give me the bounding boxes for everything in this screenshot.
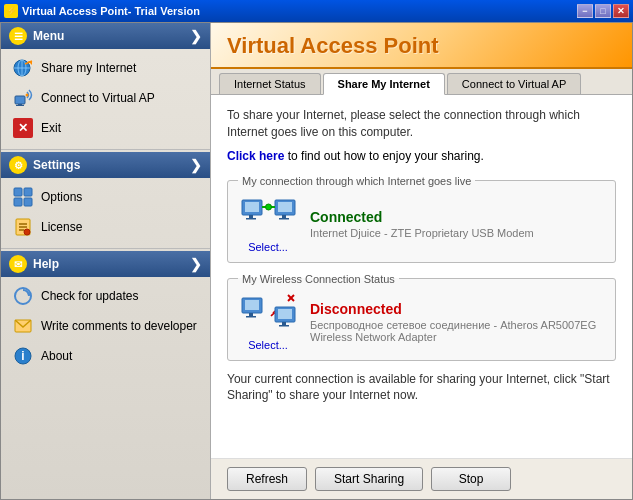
connection2-icon-area: Select... <box>238 293 298 352</box>
sidebar-item-exit[interactable]: ✕ Exit <box>1 113 210 143</box>
wireless-connection-legend: My Wireless Connection Status <box>238 273 399 285</box>
about-label: About <box>41 349 72 363</box>
svg-rect-31 <box>279 218 289 220</box>
write-comments-icon <box>13 316 33 336</box>
click-here-line: Click here to find out how to enjoy your… <box>227 149 616 163</box>
help-items: Check for updates Write comments to deve… <box>1 277 210 375</box>
sidebar-item-options[interactable]: Options <box>1 182 210 212</box>
computers-connected-icon <box>241 195 296 237</box>
license-icon <box>13 217 33 237</box>
connection1-status: Connected <box>310 209 605 225</box>
minimize-button[interactable]: − <box>577 4 593 18</box>
internet-connection-legend: My connection through which Internet goe… <box>238 175 475 187</box>
content-title: Virtual Access Point <box>227 33 616 59</box>
sidebar-item-check-updates[interactable]: Check for updates <box>1 281 210 311</box>
internet-connection-panel: My connection through which Internet goe… <box>227 175 616 263</box>
refresh-button[interactable]: Refresh <box>227 467 307 491</box>
menu-items: Share my Internet Connect to Virtual AP <box>1 49 210 147</box>
menu-section-label: Menu <box>33 29 64 43</box>
svg-rect-25 <box>245 202 259 212</box>
connection2-info: Select... Disconnected Беспроводное сете… <box>238 293 605 352</box>
exit-label: Exit <box>41 121 61 135</box>
about-icon: i <box>13 346 33 366</box>
close-button[interactable]: ✕ <box>613 4 629 18</box>
connection2-details: Disconnected Беспроводное сетевое соедин… <box>310 301 605 343</box>
check-updates-icon <box>13 286 33 306</box>
settings-section-icon: ⚙ <box>9 156 27 174</box>
settings-items: Options License <box>1 178 210 246</box>
settings-section-header[interactable]: ⚙ Settings ❯ <box>1 152 210 178</box>
sidebar-item-license[interactable]: License <box>1 212 210 242</box>
help-section-header[interactable]: ✉ Help ❯ <box>1 251 210 277</box>
app-icon: ⚡ <box>4 4 18 18</box>
share-description: To share your Internet, please select th… <box>227 107 616 141</box>
window-title: Virtual Access Point- Trial Version <box>22 5 200 17</box>
svg-rect-11 <box>24 188 32 196</box>
svg-rect-43 <box>282 322 286 325</box>
sidebar-item-about[interactable]: i About <box>1 341 210 371</box>
svg-rect-35 <box>245 300 259 310</box>
connection1-details: Connected Internet Djuice - ZTE Propriet… <box>310 209 605 239</box>
menu-section-icon: ☰ <box>9 27 27 45</box>
svg-rect-12 <box>14 198 22 206</box>
connection1-icon-area: Select... <box>238 195 298 254</box>
options-icon <box>13 187 33 207</box>
connection2-select-link[interactable]: Select... <box>248 339 288 351</box>
svg-rect-29 <box>278 202 292 212</box>
tab-connect-virtual-ap[interactable]: Connect to Virtual AP <box>447 73 581 94</box>
sidebar-item-share-internet[interactable]: Share my Internet <box>1 53 210 83</box>
sharing-status-text: Your current connection is available for… <box>227 371 616 405</box>
connection2-name: Беспроводное сетевое соединение - Athero… <box>310 319 605 343</box>
svg-rect-8 <box>16 105 24 106</box>
content-body: To share your Internet, please select th… <box>211 95 632 458</box>
wireless-connection-panel: My Wireless Connection Status <box>227 273 616 361</box>
settings-chevron-icon: ❯ <box>190 157 202 173</box>
svg-rect-44 <box>279 325 289 327</box>
exit-icon: ✕ <box>13 118 33 138</box>
sidebar-item-connect-virtual-ap[interactable]: Connect to Virtual AP <box>1 83 210 113</box>
svg-rect-42 <box>278 309 292 319</box>
svg-rect-27 <box>246 218 256 220</box>
sidebar-divider-2 <box>1 248 210 249</box>
menu-chevron-icon: ❯ <box>190 28 202 44</box>
tab-internet-status[interactable]: Internet Status <box>219 73 321 94</box>
connect-virtual-ap-icon <box>13 88 33 108</box>
check-updates-label: Check for updates <box>41 289 138 303</box>
svg-rect-13 <box>24 198 32 206</box>
svg-rect-37 <box>246 316 256 318</box>
stop-button[interactable]: Stop <box>431 467 511 491</box>
tabs-bar: Internet Status Share My Internet Connec… <box>211 69 632 95</box>
click-here-link[interactable]: Click here <box>227 149 284 163</box>
connect-virtual-ap-label: Connect to Virtual AP <box>41 91 155 105</box>
help-chevron-icon: ❯ <box>190 256 202 272</box>
menu-section-header[interactable]: ☰ Menu ❯ <box>1 23 210 49</box>
share-internet-label: Share my Internet <box>41 61 136 75</box>
connection1-info: Select... Connected Internet Djuice - ZT… <box>238 195 605 254</box>
settings-section-label: Settings <box>33 158 80 172</box>
svg-rect-30 <box>282 215 286 218</box>
write-comments-label: Write comments to developer <box>41 319 197 333</box>
click-here-rest: to find out how to enjoy your sharing. <box>284 149 483 163</box>
svg-text:i: i <box>21 349 24 363</box>
options-label: Options <box>41 190 82 204</box>
start-sharing-button[interactable]: Start Sharing <box>315 467 423 491</box>
tab-share-my-internet[interactable]: Share My Internet <box>323 73 445 95</box>
help-section-icon: ✉ <box>9 255 27 273</box>
svg-rect-26 <box>249 215 253 218</box>
sidebar-item-write-comments[interactable]: Write comments to developer <box>1 311 210 341</box>
connection1-select-link[interactable]: Select... <box>248 241 288 253</box>
content-area: Virtual Access Point Internet Status Sha… <box>211 23 632 499</box>
main-window: ☰ Menu ❯ Share my Internet <box>0 22 633 500</box>
license-label: License <box>41 220 82 234</box>
share-internet-icon <box>13 58 33 78</box>
svg-rect-36 <box>249 313 253 316</box>
sidebar-divider-1 <box>1 149 210 150</box>
svg-point-18 <box>24 229 30 235</box>
maximize-button[interactable]: □ <box>595 4 611 18</box>
svg-rect-6 <box>15 96 25 104</box>
buttons-row: Refresh Start Sharing Stop <box>211 458 632 499</box>
title-bar: ⚡ Virtual Access Point- Trial Version − … <box>0 0 633 22</box>
computers-disconnected-icon <box>241 293 296 335</box>
sidebar: ☰ Menu ❯ Share my Internet <box>1 23 211 499</box>
content-header: Virtual Access Point <box>211 23 632 69</box>
